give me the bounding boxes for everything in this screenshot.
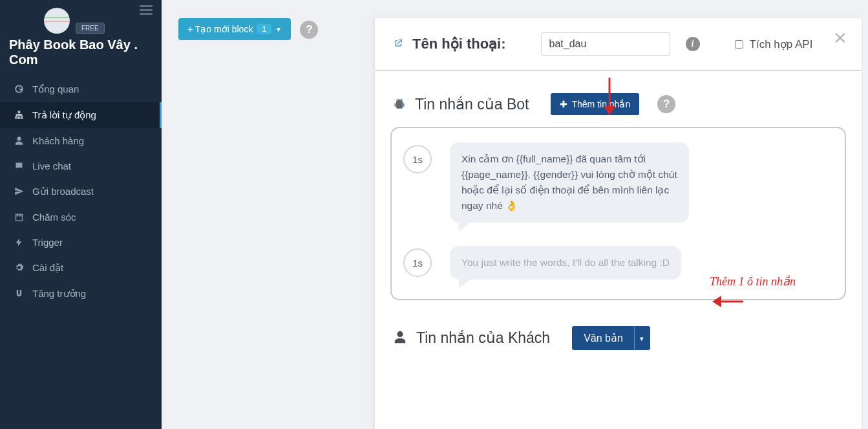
- messages-container: 1s Xin cảm ơn {{full_name}} đã quan tâm …: [390, 127, 846, 300]
- message-type-select[interactable]: Văn bản: [572, 326, 650, 350]
- api-integration-toggle[interactable]: Tích hợp API: [735, 38, 813, 51]
- conversation-panel: ✕ Tên hội thoại: i Tích hợp API Tin nhắn…: [375, 18, 862, 429]
- sidebar-label: Chăm sóc: [32, 212, 76, 223]
- sidebar-label: Live chat: [32, 160, 71, 171]
- message-bubble-placeholder[interactable]: You just write the words, I'll do all th…: [450, 246, 681, 280]
- user-icon: [13, 135, 25, 146]
- sidebar-item-overview[interactable]: Tổng quan: [0, 76, 162, 102]
- chat-icon: [13, 160, 25, 171]
- bolt-icon: [13, 237, 25, 248]
- message-bubble[interactable]: Xin cảm ơn {{full_name}} đã quan tâm tới…: [450, 142, 689, 223]
- free-badge: FREE: [76, 23, 105, 34]
- sidebar-item-autoreply[interactable]: Trả lời tự động: [0, 102, 162, 128]
- external-link-icon[interactable]: [393, 38, 403, 50]
- calendar-icon: [13, 212, 25, 223]
- sidebar-label: Trả lời tự động: [32, 109, 96, 121]
- sidebar-label: Gửi broadcast: [32, 186, 94, 197]
- sidebar-label: Khách hàng: [32, 135, 84, 146]
- help-button[interactable]: ?: [300, 21, 318, 39]
- message-row: 1s You just write the words, I'll do all…: [403, 246, 833, 280]
- delay-badge[interactable]: 1s: [403, 248, 432, 277]
- close-button[interactable]: ✕: [833, 30, 847, 47]
- menu-toggle[interactable]: [140, 5, 153, 18]
- sidebar-item-customers[interactable]: Khách hàng: [0, 128, 162, 153]
- api-checkbox[interactable]: [735, 40, 743, 49]
- new-block-button[interactable]: + Tạo mới block 1 ▼: [178, 18, 291, 40]
- send-icon: [13, 186, 25, 197]
- delay-badge[interactable]: 1s: [403, 145, 432, 173]
- add-message-label: Thêm tin nhắn: [571, 99, 630, 109]
- plus-icon: ✚: [560, 99, 567, 109]
- sidebar: FREE Phây Book Bao Vây . Com Tổng quan T…: [0, 0, 162, 429]
- sidebar-item-settings[interactable]: Cài đặt: [0, 255, 162, 281]
- sidebar-nav: Tổng quan Trả lời tự động Khách hàng Liv…: [0, 76, 162, 307]
- sidebar-label: Tổng quan: [32, 83, 79, 95]
- dashboard-icon: [13, 84, 25, 95]
- brand-title: Phây Book Bao Vây . Com: [9, 34, 153, 74]
- sitemap-icon: [13, 110, 25, 121]
- help-bot-messages[interactable]: ?: [657, 95, 675, 113]
- customer-messages-title: Tin nhắn của Khách: [416, 329, 550, 347]
- new-block-label: + Tạo mới block: [187, 24, 253, 34]
- sidebar-item-care[interactable]: Chăm sóc: [0, 204, 162, 230]
- sidebar-item-broadcast[interactable]: Gửi broadcast: [0, 179, 162, 204]
- magnet-icon: [13, 289, 25, 300]
- message-row: 1s Xin cảm ơn {{full_name}} đã quan tâm …: [403, 142, 833, 223]
- user-icon: [393, 330, 407, 347]
- add-message-button[interactable]: ✚ Thêm tin nhắn: [551, 93, 639, 115]
- sidebar-label: Tăng trưởng: [32, 288, 86, 300]
- new-block-count: 1: [257, 24, 271, 34]
- sidebar-item-trigger[interactable]: Trigger: [0, 230, 162, 255]
- sidebar-label: Cài đặt: [32, 262, 63, 274]
- hamburger-icon: [140, 5, 153, 16]
- sidebar-item-livechat[interactable]: Live chat: [0, 153, 162, 179]
- sidebar-item-growth[interactable]: Tăng trưởng: [0, 281, 162, 307]
- page-avatar[interactable]: [44, 8, 70, 34]
- android-icon: [393, 98, 406, 111]
- conversation-title-label: Tên hội thoại:: [412, 36, 506, 52]
- conversation-name-input[interactable]: [541, 32, 670, 56]
- chevron-down-icon: ▼: [275, 26, 282, 33]
- info-icon[interactable]: i: [686, 37, 700, 51]
- api-label: Tích hợp API: [750, 38, 813, 51]
- gear-icon: [13, 263, 25, 274]
- sidebar-label: Trigger: [32, 237, 63, 248]
- bot-messages-title: Tin nhắn của Bot: [415, 96, 529, 113]
